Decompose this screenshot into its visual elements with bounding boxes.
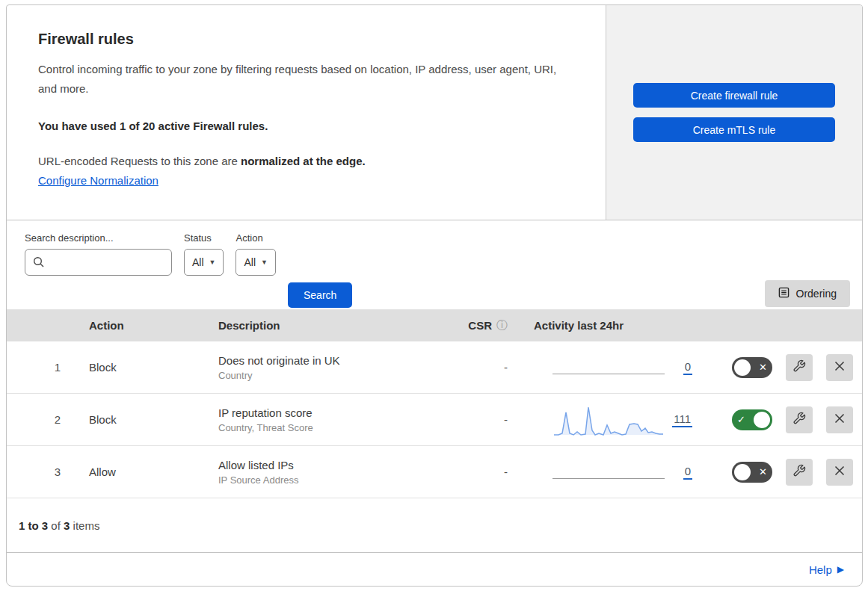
toggle-knob: [734, 359, 751, 376]
filter-bar: Search description... Status All ▼ Actio…: [7, 220, 862, 309]
create-firewall-rule-button[interactable]: Create firewall rule: [633, 83, 835, 108]
toggle-state-icon: ✕: [759, 362, 767, 372]
rule-fields: Country: [218, 370, 448, 381]
rule-priority: 2: [7, 413, 76, 426]
chevron-down-icon: ▼: [261, 259, 268, 266]
action-field: Action All ▼: [236, 232, 275, 276]
rule-description-cell: Allow listed IPs IP Source Address: [205, 459, 448, 486]
rule-description-cell: Does not originate in UK Country: [205, 354, 448, 381]
rule-enabled-toggle[interactable]: ✓: [732, 409, 772, 430]
page-title: Firewall rules: [38, 31, 574, 48]
items-text: items: [70, 519, 99, 532]
arrow-right-icon: ▶: [837, 564, 844, 575]
pagination-summary: 1 to 3 of 3 items: [7, 498, 862, 553]
close-icon: [834, 465, 846, 479]
usage-counter: You have used 1 of 20 active Firewall ru…: [38, 120, 574, 132]
search-input[interactable]: [25, 249, 172, 276]
column-header-csr: CSR ⓘ: [448, 318, 530, 332]
rule-fields: Country, Threat Score: [218, 422, 448, 433]
help-link-label: Help: [809, 563, 832, 576]
info-icon[interactable]: ⓘ: [496, 318, 508, 332]
column-header-activity: Activity last 24hr: [530, 319, 713, 332]
page-description: Control incoming traffic to your zone by…: [38, 60, 574, 99]
column-header-action: Action: [76, 319, 205, 332]
rule-controls: ✕: [713, 354, 862, 381]
normalization-bold: normalized at the edge.: [241, 155, 366, 167]
configure-normalization-link[interactable]: Configure Normalization: [38, 174, 158, 187]
delete-rule-button[interactable]: [826, 354, 853, 381]
wrench-icon: [792, 359, 806, 375]
action-value: All: [244, 256, 256, 268]
edit-rule-button[interactable]: [786, 406, 813, 433]
ordering-button-label: Ordering: [796, 288, 837, 300]
toggle-state-icon: ✓: [737, 415, 745, 424]
status-field: Status All ▼: [184, 232, 224, 276]
table-header: Action Description CSR ⓘ Activity last 2…: [7, 309, 862, 341]
of-text: of: [48, 519, 64, 532]
delete-rule-button[interactable]: [826, 459, 853, 486]
close-icon: [834, 360, 846, 374]
ordering-button[interactable]: Ordering: [765, 280, 850, 307]
edit-rule-button[interactable]: [786, 459, 813, 486]
rule-action: Block: [76, 361, 205, 374]
activity-count-link[interactable]: 111: [672, 412, 692, 427]
list-document-icon: [778, 287, 789, 300]
rule-enabled-toggle[interactable]: ✕: [732, 357, 772, 378]
help-bar: Help ▶: [7, 553, 862, 586]
rule-priority: 3: [7, 465, 76, 478]
column-header-description: Description: [205, 319, 448, 332]
firewall-rules-card: Firewall rules Control incoming traffic …: [6, 4, 863, 587]
rule-priority: 1: [7, 361, 76, 374]
rule-enabled-toggle[interactable]: ✕: [732, 462, 772, 483]
search-button[interactable]: Search: [288, 282, 352, 308]
table-row: 2 Block IP reputation score Country, Thr…: [7, 394, 862, 446]
rule-description-cell: IP reputation score Country, Threat Scor…: [205, 406, 448, 433]
table-row: 3 Allow Allow listed IPs IP Source Addre…: [7, 446, 862, 498]
help-link[interactable]: Help ▶: [809, 563, 844, 576]
rule-action: Allow: [76, 465, 205, 478]
rule-activity-cell: 0: [530, 446, 713, 498]
action-label: Action: [236, 232, 275, 244]
rule-csr: -: [448, 413, 530, 426]
search-field: Search description...: [25, 232, 172, 276]
chevron-down-icon: ▼: [209, 259, 216, 266]
rule-csr: -: [448, 361, 530, 374]
rule-activity-cell: 111: [530, 394, 713, 445]
search-box: [25, 249, 172, 276]
rule-fields: IP Source Address: [218, 474, 448, 486]
activity-sparkline: [552, 351, 665, 384]
status-label: Status: [184, 232, 224, 244]
toggle-knob: [754, 412, 770, 428]
status-dropdown[interactable]: All ▼: [184, 249, 224, 276]
delete-rule-button[interactable]: [826, 406, 853, 433]
table-row: 1 Block Does not originate in UK Country…: [7, 341, 862, 394]
action-dropdown[interactable]: All ▼: [236, 249, 275, 276]
activity-count-link[interactable]: 0: [683, 465, 692, 480]
toggle-knob: [734, 464, 751, 480]
wrench-icon: [792, 464, 806, 480]
rule-action: Block: [76, 413, 205, 426]
items-range: 1 to 3: [19, 519, 48, 532]
edit-rule-button[interactable]: [786, 354, 813, 381]
activity-count-link[interactable]: 0: [683, 360, 692, 375]
header-text-block: Firewall rules Control incoming traffic …: [7, 5, 606, 220]
rule-description: Does not originate in UK: [218, 354, 448, 367]
rule-activity-cell: 0: [530, 341, 713, 393]
status-value: All: [192, 256, 204, 268]
search-label: Search description...: [25, 232, 172, 244]
normalization-note: URL-encoded Requests to this zone are no…: [38, 155, 574, 167]
rule-csr: -: [448, 465, 530, 478]
rule-controls: ✕: [713, 459, 862, 486]
search-icon: [33, 256, 45, 271]
header-section: Firewall rules Control incoming traffic …: [7, 5, 862, 220]
create-mtls-rule-button[interactable]: Create mTLS rule: [633, 117, 835, 142]
wrench-icon: [792, 412, 806, 427]
activity-sparkline: [552, 456, 665, 489]
rule-description: Allow listed IPs: [218, 459, 448, 471]
csr-label: CSR: [468, 319, 492, 332]
normalization-text: URL-encoded Requests to this zone are: [38, 155, 241, 167]
toggle-state-icon: ✕: [759, 467, 767, 477]
action-panel: Create firewall rule Create mTLS rule: [606, 5, 862, 220]
rule-description: IP reputation score: [218, 406, 448, 419]
rule-controls: ✓: [713, 406, 862, 433]
